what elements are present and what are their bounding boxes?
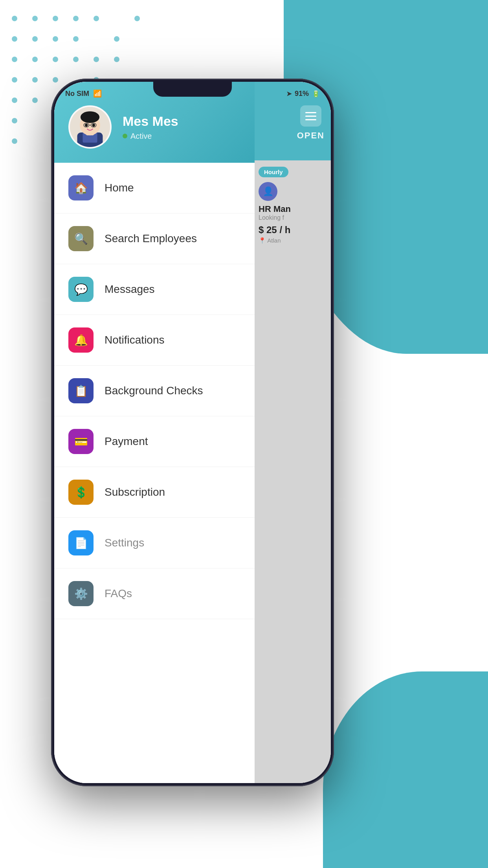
messages-icon: 💬 — [74, 283, 88, 296]
phone-screen: No SIM 📶 ➤ 91% 🔋 — [54, 82, 331, 783]
phone-frame: No SIM 📶 ➤ 91% 🔋 — [51, 79, 334, 786]
open-label: OPEN — [297, 127, 325, 141]
background-checks-icon: 📋 — [74, 384, 88, 397]
hamburger-line-3 — [305, 119, 316, 120]
active-status-dot — [123, 134, 127, 138]
subscription-label: Subscription — [105, 486, 165, 498]
hourly-badge: Hourly — [259, 167, 288, 177]
settings-icon: 📄 — [74, 537, 88, 550]
app-screen: No SIM 📶 ➤ 91% 🔋 — [54, 82, 331, 783]
faqs-icon: ⚙️ — [74, 587, 88, 600]
settings-label: Settings — [105, 537, 144, 549]
job-price: $ 25 / h — [259, 224, 325, 235]
messages-label: Messages — [105, 283, 155, 296]
settings-icon-wrap: 📄 — [68, 530, 94, 555]
battery-icon: 🔋 — [312, 90, 320, 97]
job-location: 📍 Atlan — [259, 237, 325, 244]
right-panel-body: Hourly 👤 HR Man Looking f $ 25 / h 📍 Atl… — [252, 160, 331, 250]
location-icon: ➤ — [286, 90, 292, 97]
search-icon: 🔍 — [74, 232, 88, 245]
sidebar-item-home[interactable]: 🏠 Home — [54, 163, 255, 213]
search-employees-label: Search Employees — [105, 232, 197, 245]
svg-point-6 — [85, 124, 88, 127]
svg-point-5 — [81, 111, 99, 123]
payment-icon: 💳 — [74, 435, 88, 448]
profile-name: Mes Mes — [123, 113, 178, 129]
location-pin-icon: 📍 — [259, 237, 266, 244]
job-sub: Looking f — [259, 214, 325, 221]
carrier-text: No SIM — [65, 90, 89, 98]
subscription-icon-wrap: 💲 — [68, 480, 94, 505]
sidebar-item-settings[interactable]: 📄 Settings — [54, 518, 255, 568]
job-title: HR Man — [259, 204, 325, 214]
profile-status: Active — [123, 132, 178, 141]
wifi-icon: 📶 — [93, 89, 102, 98]
home-icon: 🏠 — [74, 182, 88, 195]
sidebar-item-messages[interactable]: 💬 Messages — [54, 264, 255, 315]
subscription-icon: 💲 — [74, 486, 88, 499]
background-checks-icon-wrap: 📋 — [68, 378, 94, 403]
background-checks-label: Background Checks — [105, 384, 203, 397]
search-icon-wrap: 🔍 — [68, 226, 94, 251]
status-label: Active — [130, 132, 152, 141]
job-icon: 👤 — [259, 182, 277, 201]
messages-icon-wrap: 💬 — [68, 277, 94, 302]
status-battery: ➤ 91% 🔋 — [286, 90, 320, 98]
menu-list: 🏠 Home 🔍 Search Employees — [54, 163, 255, 619]
hamburger-button[interactable] — [300, 105, 321, 127]
sidebar-item-search-employees[interactable]: 🔍 Search Employees — [54, 213, 255, 264]
payment-label: Payment — [105, 435, 148, 448]
sidebar-item-payment[interactable]: 💳 Payment — [54, 416, 255, 467]
hamburger-line-1 — [305, 112, 316, 113]
faqs-icon-wrap: ⚙️ — [68, 581, 94, 606]
avatar-image — [70, 107, 110, 147]
profile-info: Mes Mes Active — [123, 113, 178, 141]
phone-notch — [153, 82, 232, 97]
hamburger-line-2 — [305, 116, 316, 117]
bg-teal-bottom — [323, 671, 488, 868]
sidebar-item-faqs[interactable]: ⚙️ FAQs — [54, 568, 255, 619]
sidebar-item-notifications[interactable]: 🔔 Notifications — [54, 315, 255, 366]
payment-icon-wrap: 💳 — [68, 429, 94, 454]
notifications-label: Notifications — [105, 334, 165, 346]
navigation-drawer: Mes Mes Active 🏠 Home — [54, 82, 255, 783]
svg-point-7 — [92, 124, 95, 127]
battery-percentage: 91% — [295, 90, 309, 98]
notifications-icon: 🔔 — [74, 334, 88, 347]
notifications-icon-wrap: 🔔 — [68, 327, 94, 353]
home-icon-wrap: 🏠 — [68, 175, 94, 200]
sidebar-item-background-checks[interactable]: 📋 Background Checks — [54, 366, 255, 416]
home-label: Home — [105, 182, 134, 194]
sidebar-item-subscription[interactable]: 💲 Subscription — [54, 467, 255, 518]
status-carrier: No SIM 📶 — [65, 89, 102, 98]
right-panel-background: OPEN Hourly 👤 HR Man Looking f $ 25 / h … — [252, 82, 331, 783]
faqs-label: FAQs — [105, 587, 132, 600]
avatar — [68, 105, 112, 149]
